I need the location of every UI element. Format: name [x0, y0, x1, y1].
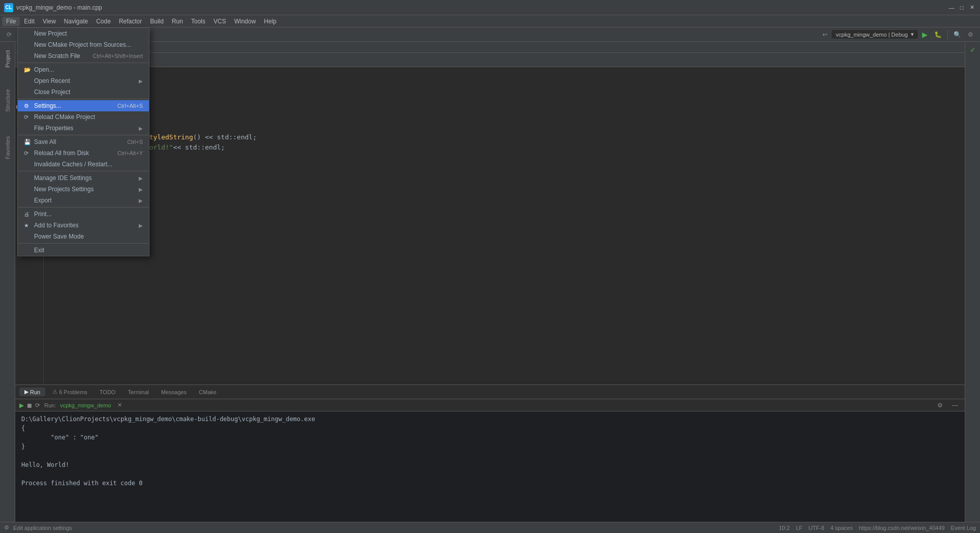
menu-manage-ide[interactable]: Manage IDE Settings ▶: [18, 172, 149, 184]
menu-new-cmake-project[interactable]: New CMake Project from Sources...: [18, 39, 149, 50]
favorites-icon: ★: [24, 222, 32, 229]
statusbar-event-log[interactable]: Event Log: [951, 525, 976, 531]
menu-sep-5: [18, 207, 149, 208]
run-settings-btn[interactable]: ⚙: [935, 401, 945, 410]
sidebar-icon-structure[interactable]: Structure: [2, 85, 14, 116]
debug-button[interactable]: 🐛: [932, 30, 944, 39]
menu-exit[interactable]: Exit: [18, 245, 149, 256]
statusbar: ⚙ Edit application settings 10:2 LF UTF-…: [0, 522, 980, 533]
statusbar-settings-text[interactable]: Edit application settings: [13, 525, 72, 531]
close-button[interactable]: ✕: [968, 4, 976, 12]
menu-open[interactable]: 📂 Open...: [18, 64, 149, 75]
menu-item-navigate[interactable]: Navigate: [60, 17, 92, 26]
terminal-tab-label: Terminal: [128, 389, 149, 395]
titlebar-controls: — □ ✕: [947, 4, 976, 12]
open-recent-label: Open Recent: [34, 77, 70, 84]
code-line-10: }: [50, 163, 959, 173]
titlebar: CL vcpkg_mingw_demo - main.cpp — □ ✕: [0, 0, 980, 15]
menu-item-edit[interactable]: Edit: [20, 17, 39, 26]
menu-new-project[interactable]: New Project: [18, 28, 149, 39]
code-content[interactable]: #include <iostream> #include <json/json.…: [44, 67, 965, 384]
run-button[interactable]: ▶: [920, 29, 930, 40]
console-output: D:\Gallery\ClionProjects\vcpkg_mingw_dem…: [15, 411, 965, 491]
menu-open-recent[interactable]: Open Recent ▶: [18, 75, 149, 86]
minimize-button[interactable]: —: [947, 4, 956, 12]
print-icon: 🖨: [24, 211, 32, 217]
bottom-panel: ▶ Run ⚠ 6 Problems TODO Terminal Message…: [15, 384, 965, 522]
maximize-button[interactable]: □: [958, 4, 966, 12]
run-minimize-btn[interactable]: —: [950, 401, 961, 410]
favorites-arrow: ▶: [139, 223, 143, 228]
code-line-3: [50, 92, 959, 102]
menu-reload-cmake[interactable]: ⟳ Reload CMake Project: [18, 111, 149, 123]
menu-item-file[interactable]: File: [2, 17, 20, 26]
bottom-tab-todo[interactable]: TODO: [95, 388, 121, 396]
file-properties-label: File Properties: [34, 125, 73, 132]
code-editor[interactable]: ▶ 1 2 3 4 5 6 7 8 9 10 11: [15, 67, 965, 384]
run-config-selector[interactable]: vcpkg_mingw_demo | Debug ▾: [832, 30, 918, 39]
menu-add-to-favorites[interactable]: ★ Add to Favorites ▶: [18, 220, 149, 231]
menu-item-window[interactable]: Window: [230, 17, 260, 26]
save-all-shortcut: Ctrl+S: [127, 139, 143, 145]
bottom-tab-problems[interactable]: ⚠ 6 Problems: [47, 388, 93, 396]
reload-cmake-label: Reload CMake Project: [34, 113, 95, 121]
app-logo: CL: [4, 3, 13, 12]
run-play-icon[interactable]: ▶: [19, 402, 24, 409]
menu-settings[interactable]: ⚙ Settings... Ctrl+Alt+S: [18, 100, 149, 111]
menu-sep-4: [18, 171, 149, 171]
problems-tab-label: 6 Problems: [59, 389, 87, 395]
bottom-tabs: ▶ Run ⚠ 6 Problems TODO Terminal Message…: [15, 385, 965, 399]
menu-invalidate-caches[interactable]: Invalidate Caches / Restart...: [18, 159, 149, 170]
menu-item-vcs[interactable]: VCS: [209, 17, 230, 26]
run-rerun-icon[interactable]: ⟳: [35, 402, 40, 409]
toolbar-right-group: ↩ vcpkg_mingw_demo | Debug ▾ ▶ 🐛 🔍 ⚙: [820, 29, 976, 40]
bottom-tab-cmake[interactable]: CMake: [194, 388, 222, 396]
statusbar-left: ⚙ Edit application settings: [4, 524, 72, 531]
menu-export[interactable]: Export ▶: [18, 195, 149, 206]
menu-item-run[interactable]: Run: [168, 17, 187, 26]
statusbar-right: 10:2 LF UTF-8 4 spaces https://blog.csdn…: [779, 525, 976, 531]
menu-item-code[interactable]: Code: [92, 17, 115, 26]
menu-reload-all[interactable]: ⟳ Reload All from Disk Ctrl+Alt+Y: [18, 147, 149, 159]
menu-save-all[interactable]: 💾 Save All Ctrl+S: [18, 136, 149, 147]
menu-sep-6: [18, 243, 149, 244]
toolbar-nav-back[interactable]: ↩: [820, 30, 830, 39]
output-line-8: Process finished with exit code 0: [21, 479, 959, 488]
menu-item-view[interactable]: View: [39, 17, 60, 26]
toolbar-search[interactable]: 🔍: [951, 30, 964, 39]
statusbar-url[interactable]: https://blog.csdn.net/weixin_40449: [859, 525, 945, 531]
toolbar-gear[interactable]: ⚙: [965, 30, 976, 39]
menu-file-properties[interactable]: File Properties ▶: [18, 123, 149, 134]
menu-close-project[interactable]: Close Project: [18, 86, 149, 98]
output-line-2: {: [21, 424, 959, 433]
menu-item-tools[interactable]: Tools: [187, 17, 209, 26]
sidebar-icon-project[interactable]: Project: [2, 44, 14, 74]
bottom-tab-messages[interactable]: Messages: [156, 388, 192, 396]
run-close-tab[interactable]: ✕: [117, 402, 122, 408]
menu-print[interactable]: 🖨 Print...: [18, 209, 149, 220]
run-tab-label: Run: [30, 389, 40, 395]
toolbar-cmake-btn[interactable]: ⟳: [4, 30, 14, 39]
menu-item-build[interactable]: Build: [146, 17, 168, 26]
close-project-label: Close Project: [34, 88, 70, 96]
file-menu: New Project New CMake Project from Sourc…: [17, 27, 149, 256]
scratch-file-shortcut: Ctrl+Alt+Shift+Insert: [93, 53, 143, 59]
menu-item-help[interactable]: Help: [260, 17, 281, 26]
statusbar-settings-icon: ⚙: [4, 524, 9, 531]
editor-area: vcpkg_mingw_demo 📄 CMakeLists.txt ✕ 📄 ma…: [15, 42, 965, 522]
code-line-11: [50, 173, 959, 183]
menu-new-scratch-file[interactable]: New Scratch File Ctrl+Alt+Shift+Insert: [18, 50, 149, 62]
breadcrumb: vcpkg_mingw_demo: [15, 42, 965, 53]
menu-power-save-mode[interactable]: Power Save Mode: [18, 231, 149, 242]
menu-item-refactor[interactable]: Refactor: [115, 17, 146, 26]
bottom-tab-run[interactable]: ▶ Run: [19, 388, 45, 396]
bottom-tab-terminal[interactable]: Terminal: [122, 388, 154, 396]
run-config-label: vcpkg_mingw_demo | Debug: [836, 32, 908, 38]
menu-new-projects-settings[interactable]: New Projects Settings ▶: [18, 184, 149, 195]
sidebar-icon-favorites[interactable]: Favorites: [2, 132, 14, 163]
output-line-4: }: [21, 442, 959, 451]
statusbar-indent: 4 spaces: [831, 525, 853, 531]
save-all-label: Save All: [34, 138, 56, 145]
run-stop-icon[interactable]: ◼: [27, 402, 32, 409]
problems-tab-icon: ⚠: [52, 389, 57, 395]
